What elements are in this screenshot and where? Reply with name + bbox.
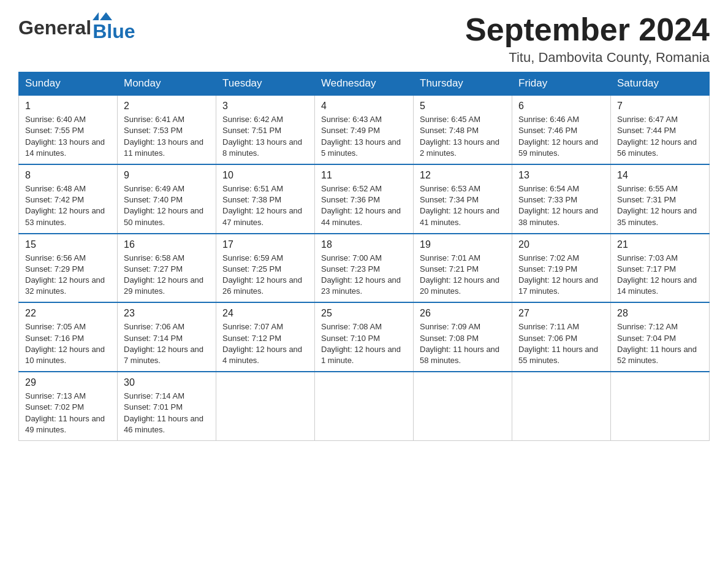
calendar-cell: 27Sunrise: 7:11 AMSunset: 7:06 PMDayligh… xyxy=(512,302,611,372)
day-number: 10 xyxy=(222,170,308,181)
day-number: 11 xyxy=(321,170,407,181)
day-info: Sunrise: 6:53 AMSunset: 7:34 PMDaylight:… xyxy=(420,183,506,228)
calendar-cell xyxy=(611,372,710,440)
day-number: 23 xyxy=(124,308,210,319)
calendar-cell: 3Sunrise: 6:42 AMSunset: 7:51 PMDaylight… xyxy=(216,95,315,164)
day-number: 19 xyxy=(420,239,506,250)
weekday-header-friday: Friday xyxy=(512,72,611,96)
calendar-cell: 25Sunrise: 7:08 AMSunset: 7:10 PMDayligh… xyxy=(315,302,414,372)
day-info: Sunrise: 7:09 AMSunset: 7:08 PMDaylight:… xyxy=(420,321,506,366)
weekday-header-saturday: Saturday xyxy=(611,72,710,96)
day-number: 13 xyxy=(518,170,604,181)
day-info: Sunrise: 7:01 AMSunset: 7:21 PMDaylight:… xyxy=(420,253,506,297)
day-info: Sunrise: 7:07 AMSunset: 7:12 PMDaylight:… xyxy=(222,321,308,366)
title-section: September 2024 Titu, Dambovita County, R… xyxy=(465,12,710,66)
day-info: Sunrise: 6:45 AMSunset: 7:48 PMDaylight:… xyxy=(420,114,506,159)
calendar-cell: 15Sunrise: 6:56 AMSunset: 7:29 PMDayligh… xyxy=(19,234,118,303)
calendar-cell: 28Sunrise: 7:12 AMSunset: 7:04 PMDayligh… xyxy=(611,302,710,372)
day-number: 9 xyxy=(124,170,210,181)
calendar-cell: 29Sunrise: 7:13 AMSunset: 7:02 PMDayligh… xyxy=(19,372,118,440)
calendar-week-3: 15Sunrise: 6:56 AMSunset: 7:29 PMDayligh… xyxy=(19,234,710,303)
day-info: Sunrise: 6:47 AMSunset: 7:44 PMDaylight:… xyxy=(617,114,703,159)
calendar-cell: 11Sunrise: 6:52 AMSunset: 7:36 PMDayligh… xyxy=(315,164,414,234)
day-number: 25 xyxy=(321,308,407,319)
day-info: Sunrise: 6:55 AMSunset: 7:31 PMDaylight:… xyxy=(617,183,703,228)
calendar-cell: 20Sunrise: 7:02 AMSunset: 7:19 PMDayligh… xyxy=(512,234,611,303)
day-info: Sunrise: 6:41 AMSunset: 7:53 PMDaylight:… xyxy=(124,114,210,159)
day-info: Sunrise: 7:05 AMSunset: 7:16 PMDaylight:… xyxy=(25,321,111,366)
day-info: Sunrise: 6:48 AMSunset: 7:42 PMDaylight:… xyxy=(25,183,111,228)
day-number: 17 xyxy=(222,239,308,250)
day-info: Sunrise: 6:54 AMSunset: 7:33 PMDaylight:… xyxy=(518,183,604,228)
day-number: 21 xyxy=(617,239,703,250)
day-info: Sunrise: 6:40 AMSunset: 7:55 PMDaylight:… xyxy=(25,114,111,159)
weekday-header-tuesday: Tuesday xyxy=(216,72,315,96)
calendar-cell: 7Sunrise: 6:47 AMSunset: 7:44 PMDaylight… xyxy=(611,95,710,164)
day-number: 14 xyxy=(617,170,703,181)
calendar-cell: 18Sunrise: 7:00 AMSunset: 7:23 PMDayligh… xyxy=(315,234,414,303)
day-number: 22 xyxy=(25,308,111,319)
day-info: Sunrise: 6:42 AMSunset: 7:51 PMDaylight:… xyxy=(222,114,308,159)
day-number: 7 xyxy=(617,101,703,112)
calendar-cell: 5Sunrise: 6:45 AMSunset: 7:48 PMDaylight… xyxy=(414,95,512,164)
day-info: Sunrise: 6:58 AMSunset: 7:27 PMDaylight:… xyxy=(124,253,210,297)
calendar-cell: 30Sunrise: 7:14 AMSunset: 7:01 PMDayligh… xyxy=(118,372,216,440)
day-number: 30 xyxy=(124,377,210,388)
calendar-cell: 26Sunrise: 7:09 AMSunset: 7:08 PMDayligh… xyxy=(414,302,512,372)
calendar-cell: 9Sunrise: 6:49 AMSunset: 7:40 PMDaylight… xyxy=(118,164,216,234)
day-info: Sunrise: 6:56 AMSunset: 7:29 PMDaylight:… xyxy=(25,253,111,297)
day-info: Sunrise: 7:06 AMSunset: 7:14 PMDaylight:… xyxy=(124,321,210,366)
day-info: Sunrise: 7:08 AMSunset: 7:10 PMDaylight:… xyxy=(321,321,407,366)
day-number: 16 xyxy=(124,239,210,250)
weekday-header-monday: Monday xyxy=(118,72,216,96)
day-number: 28 xyxy=(617,308,703,319)
calendar-cell: 19Sunrise: 7:01 AMSunset: 7:21 PMDayligh… xyxy=(414,234,512,303)
day-number: 3 xyxy=(222,101,308,112)
calendar-week-1: 1Sunrise: 6:40 AMSunset: 7:55 PMDaylight… xyxy=(19,95,710,164)
page-header: General Blue September 2024 Titu, Dambov… xyxy=(18,12,710,66)
calendar-cell: 22Sunrise: 7:05 AMSunset: 7:16 PMDayligh… xyxy=(19,302,118,372)
calendar-cell: 8Sunrise: 6:48 AMSunset: 7:42 PMDaylight… xyxy=(19,164,118,234)
calendar-cell: 24Sunrise: 7:07 AMSunset: 7:12 PMDayligh… xyxy=(216,302,315,372)
location-subtitle: Titu, Dambovita County, Romania xyxy=(465,50,710,66)
calendar-cell: 17Sunrise: 6:59 AMSunset: 7:25 PMDayligh… xyxy=(216,234,315,303)
weekday-header-thursday: Thursday xyxy=(414,72,512,96)
day-info: Sunrise: 6:59 AMSunset: 7:25 PMDaylight:… xyxy=(222,253,308,297)
day-number: 2 xyxy=(124,101,210,112)
calendar-cell xyxy=(414,372,512,440)
calendar-table: SundayMondayTuesdayWednesdayThursdayFrid… xyxy=(18,72,710,441)
weekday-header-row: SundayMondayTuesdayWednesdayThursdayFrid… xyxy=(19,72,710,96)
calendar-body: 1Sunrise: 6:40 AMSunset: 7:55 PMDaylight… xyxy=(19,95,710,440)
day-number: 27 xyxy=(518,308,604,319)
day-number: 1 xyxy=(25,101,111,112)
calendar-cell: 10Sunrise: 6:51 AMSunset: 7:38 PMDayligh… xyxy=(216,164,315,234)
day-number: 18 xyxy=(321,239,407,250)
day-number: 12 xyxy=(420,170,506,181)
logo-blue-text: Blue xyxy=(93,20,135,43)
day-number: 5 xyxy=(420,101,506,112)
calendar-cell: 16Sunrise: 6:58 AMSunset: 7:27 PMDayligh… xyxy=(118,234,216,303)
calendar-cell: 1Sunrise: 6:40 AMSunset: 7:55 PMDaylight… xyxy=(19,95,118,164)
weekday-header-sunday: Sunday xyxy=(19,72,118,96)
day-info: Sunrise: 7:00 AMSunset: 7:23 PMDaylight:… xyxy=(321,253,407,297)
logo-general-text: General xyxy=(18,17,91,39)
calendar-week-4: 22Sunrise: 7:05 AMSunset: 7:16 PMDayligh… xyxy=(19,302,710,372)
day-number: 24 xyxy=(222,308,308,319)
calendar-cell: 14Sunrise: 6:55 AMSunset: 7:31 PMDayligh… xyxy=(611,164,710,234)
calendar-week-2: 8Sunrise: 6:48 AMSunset: 7:42 PMDaylight… xyxy=(19,164,710,234)
day-info: Sunrise: 6:46 AMSunset: 7:46 PMDaylight:… xyxy=(518,114,604,159)
calendar-cell: 6Sunrise: 6:46 AMSunset: 7:46 PMDaylight… xyxy=(512,95,611,164)
logo: General Blue xyxy=(18,12,135,43)
day-info: Sunrise: 6:52 AMSunset: 7:36 PMDaylight:… xyxy=(321,183,407,228)
calendar-cell: 2Sunrise: 6:41 AMSunset: 7:53 PMDaylight… xyxy=(118,95,216,164)
day-number: 6 xyxy=(518,101,604,112)
calendar-cell xyxy=(216,372,315,440)
calendar-cell: 13Sunrise: 6:54 AMSunset: 7:33 PMDayligh… xyxy=(512,164,611,234)
calendar-cell: 21Sunrise: 7:03 AMSunset: 7:17 PMDayligh… xyxy=(611,234,710,303)
calendar-cell xyxy=(512,372,611,440)
day-info: Sunrise: 7:13 AMSunset: 7:02 PMDaylight:… xyxy=(25,391,111,435)
calendar-cell xyxy=(315,372,414,440)
day-number: 20 xyxy=(518,239,604,250)
day-info: Sunrise: 6:49 AMSunset: 7:40 PMDaylight:… xyxy=(124,183,210,228)
day-info: Sunrise: 7:02 AMSunset: 7:19 PMDaylight:… xyxy=(518,253,604,297)
